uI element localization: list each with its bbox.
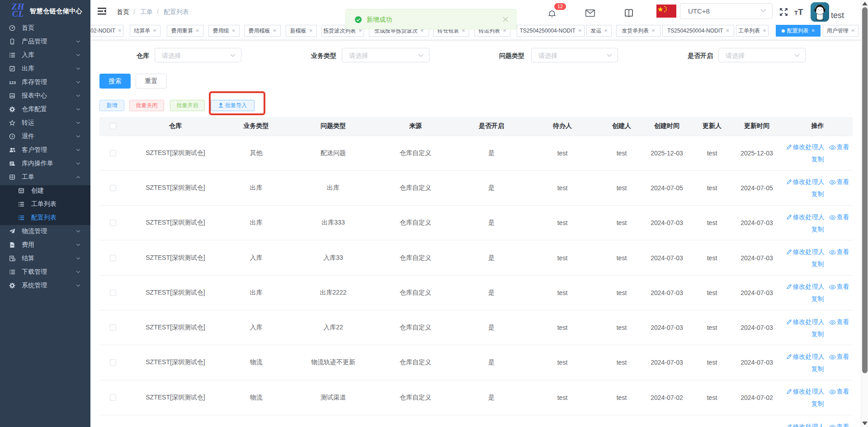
svg-text:?: ? (11, 135, 14, 139)
svg-text:123: 123 (9, 80, 16, 85)
